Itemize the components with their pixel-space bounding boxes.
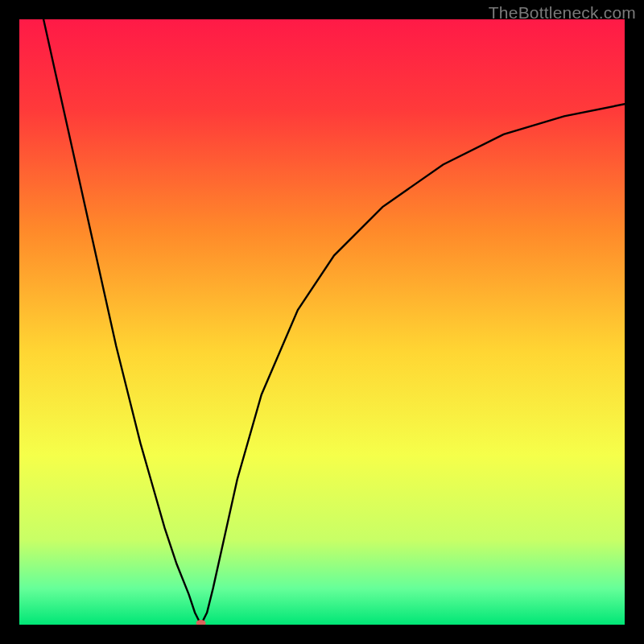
bottleneck-chart [19,19,625,625]
watermark-text: TheBottleneck.com [489,3,636,23]
chart-frame [19,19,625,625]
